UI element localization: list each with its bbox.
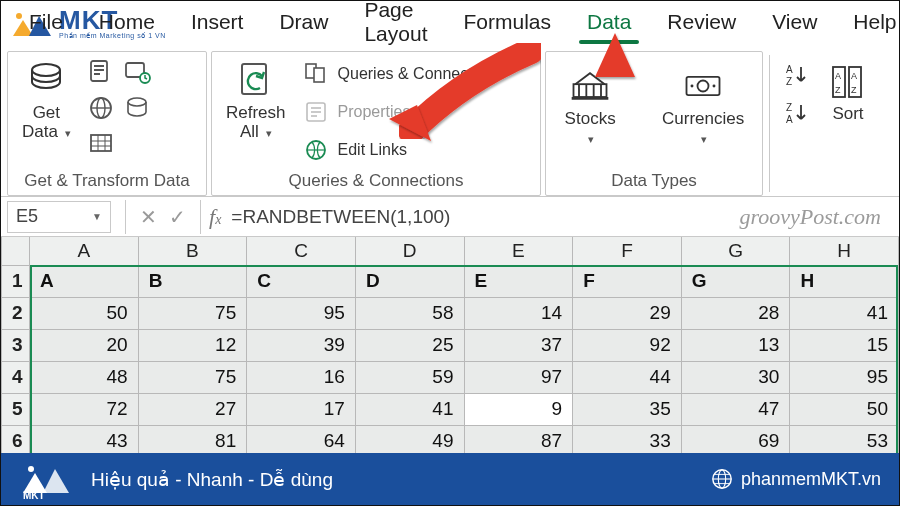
cell[interactable]: 75 — [138, 361, 247, 393]
cell[interactable]: B — [138, 265, 247, 297]
svg-text:A: A — [851, 71, 857, 81]
row-header[interactable]: 2 — [2, 297, 30, 329]
sort-za-button[interactable]: ZA — [784, 99, 812, 127]
cell[interactable]: 27 — [138, 393, 247, 425]
tab-draw[interactable]: Draw — [261, 4, 346, 44]
tab-view[interactable]: View — [754, 4, 835, 44]
cell[interactable]: 25 — [355, 329, 464, 361]
sort-az-button[interactable]: AZ — [784, 61, 812, 89]
column-header[interactable]: F — [573, 237, 682, 265]
cell[interactable]: 17 — [247, 393, 356, 425]
name-box[interactable]: E5 ▼ — [7, 201, 111, 233]
row-header[interactable]: 1 — [2, 265, 30, 297]
group-label-queries: Queries & Connections — [220, 169, 532, 193]
row-header[interactable]: 3 — [2, 329, 30, 361]
cell[interactable]: G — [681, 265, 790, 297]
tab-insert[interactable]: Insert — [173, 4, 262, 44]
tab-file[interactable]: File — [11, 4, 81, 44]
cell[interactable]: 29 — [573, 297, 682, 329]
fx-button[interactable]: fx — [209, 204, 221, 230]
svg-rect-3 — [94, 65, 104, 67]
tab-page-layout[interactable]: Page Layout — [346, 0, 445, 56]
cell[interactable]: 41 — [355, 393, 464, 425]
cell[interactable]: 28 — [681, 297, 790, 329]
from-web-button[interactable] — [87, 94, 115, 122]
svg-rect-5 — [94, 73, 100, 75]
sort-dialog-button[interactable]: AZAZ Sort — [824, 61, 872, 126]
cell[interactable]: 75 — [138, 297, 247, 329]
existing-connections-button[interactable] — [123, 94, 151, 122]
column-header[interactable]: G — [681, 237, 790, 265]
svg-point-46 — [28, 466, 34, 472]
tab-review[interactable]: Review — [649, 4, 754, 44]
tab-data[interactable]: Data — [569, 4, 649, 44]
cell[interactable]: 15 — [790, 329, 899, 361]
cell[interactable]: 16 — [247, 361, 356, 393]
cell[interactable]: F — [573, 265, 682, 297]
cell[interactable]: A — [30, 265, 139, 297]
queries-connections-button[interactable]: Queries & Connections — [302, 60, 503, 88]
cell[interactable]: 47 — [681, 393, 790, 425]
get-data-button[interactable]: GetData ▾ — [16, 56, 77, 143]
cell[interactable]: 30 — [681, 361, 790, 393]
currencies-label: Currencies — [662, 109, 744, 128]
tab-home[interactable]: Home — [81, 4, 173, 44]
tab-help[interactable]: Help — [835, 4, 900, 44]
cell[interactable]: 48 — [30, 361, 139, 393]
cell[interactable]: 95 — [247, 297, 356, 329]
cell[interactable]: 14 — [464, 297, 573, 329]
formula-bar: E5 ▼ ✕ ✓ fx =RANDBETWEEN(1,100) groovyPo… — [1, 197, 899, 237]
currencies-button[interactable]: Currencies ▾ — [652, 62, 754, 149]
select-all-corner[interactable] — [2, 237, 30, 265]
from-text-csv-button[interactable] — [87, 58, 115, 86]
svg-text:Z: Z — [786, 76, 792, 87]
cell[interactable]: E — [464, 265, 573, 297]
cell[interactable]: 9 — [464, 393, 573, 425]
row-header[interactable]: 5 — [2, 393, 30, 425]
column-header[interactable]: A — [30, 237, 139, 265]
svg-point-34 — [691, 85, 694, 88]
recent-sources-button[interactable] — [123, 58, 151, 86]
properties-button[interactable]: Properties — [302, 98, 503, 126]
cell[interactable]: 35 — [573, 393, 682, 425]
cell[interactable]: 59 — [355, 361, 464, 393]
column-header[interactable]: B — [138, 237, 247, 265]
cell[interactable]: 37 — [464, 329, 573, 361]
cell[interactable]: 92 — [573, 329, 682, 361]
cell[interactable]: 13 — [681, 329, 790, 361]
cell[interactable]: C — [247, 265, 356, 297]
cell[interactable]: 72 — [30, 393, 139, 425]
column-header[interactable]: H — [790, 237, 899, 265]
cell[interactable]: 41 — [790, 297, 899, 329]
edit-links-button[interactable]: Edit Links — [302, 136, 503, 164]
cancel-formula-button[interactable]: ✕ — [134, 205, 163, 229]
cell[interactable]: 50 — [30, 297, 139, 329]
row-header[interactable]: 4 — [2, 361, 30, 393]
column-header[interactable]: E — [464, 237, 573, 265]
column-header[interactable]: C — [247, 237, 356, 265]
refresh-all-button[interactable]: RefreshAll ▾ — [220, 56, 292, 143]
cell[interactable]: 97 — [464, 361, 573, 393]
group-data-types: Stocks ▾ Currencies ▾ Data Types — [545, 51, 763, 196]
spreadsheet-grid[interactable]: ABCDEFGH1ABCDEFGH25075955814292841320123… — [1, 237, 899, 458]
tab-formulas[interactable]: Formulas — [445, 4, 569, 44]
chevron-down-icon: ▾ — [701, 133, 707, 145]
cell[interactable]: 95 — [790, 361, 899, 393]
cell[interactable]: 20 — [30, 329, 139, 361]
from-table-button[interactable] — [87, 130, 115, 158]
svg-rect-19 — [314, 68, 324, 82]
cell[interactable]: 12 — [138, 329, 247, 361]
cell[interactable]: 44 — [573, 361, 682, 393]
cell[interactable]: 58 — [355, 297, 464, 329]
formula-input[interactable]: =RANDBETWEEN(1,100) — [221, 206, 739, 228]
stocks-button[interactable]: Stocks ▾ — [554, 62, 626, 149]
cell[interactable]: 50 — [790, 393, 899, 425]
cell[interactable]: 39 — [247, 329, 356, 361]
cell[interactable]: H — [790, 265, 899, 297]
properties-label: Properties — [338, 103, 411, 121]
svg-text:Z: Z — [786, 102, 792, 113]
cell[interactable]: D — [355, 265, 464, 297]
accept-formula-button[interactable]: ✓ — [163, 205, 192, 229]
column-header[interactable]: D — [355, 237, 464, 265]
chevron-down-icon: ▾ — [266, 127, 272, 139]
